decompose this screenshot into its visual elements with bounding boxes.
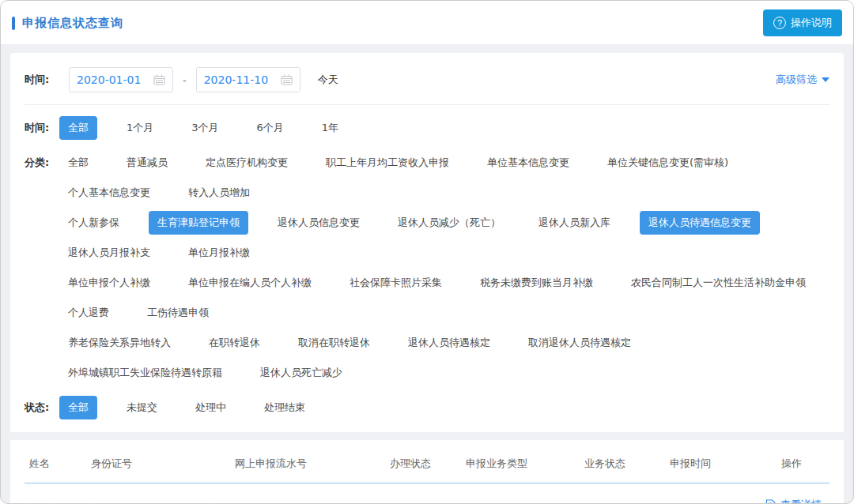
category-option[interactable]: 个人新参保	[59, 211, 128, 235]
page-title: 申报信息状态查询	[22, 16, 123, 31]
title-accent-bar	[12, 17, 15, 30]
category-option[interactable]: 个人退费	[59, 301, 118, 325]
chevron-down-icon	[822, 77, 829, 82]
view-details-label: 查看详情	[780, 498, 822, 504]
col-header-actions: 操作	[754, 443, 829, 483]
category-option[interactable]: 定点医疗机构变更	[197, 151, 297, 175]
app-window: 申报信息状态查询 ? 操作说明 时间: 2020-01-01 -	[0, 0, 854, 504]
category-option[interactable]: 养老保险关系异地转入	[59, 331, 179, 355]
col-header-serial: 网上申报流水号	[230, 443, 385, 483]
document-search-icon	[765, 499, 777, 504]
col-header-business-type: 申报业务类型	[461, 443, 580, 483]
category-option[interactable]: 农民合同制工人一次性生活补助金申领	[622, 271, 814, 295]
view-details-link[interactable]: 查看详情	[765, 498, 822, 504]
col-header-date: 申报时间	[665, 443, 754, 483]
time-option[interactable]: 1个月	[118, 116, 162, 140]
serial-number: 202004101115601393	[230, 483, 385, 504]
category-option[interactable]: 在职转退休	[200, 331, 269, 355]
category-option[interactable]: 外埠城镇职工失业保险待遇转原籍	[59, 361, 231, 385]
col-header-name: 姓名	[25, 443, 86, 483]
date-range-separator: -	[183, 74, 187, 86]
category-option[interactable]: 职工上年月均工资收入申报	[317, 151, 458, 175]
category-option[interactable]: 退休人员信息变更	[269, 211, 368, 235]
results-panel: 姓名 身份证号 网上申报流水号 办理状态 申报业务类型 业务状态 申报时间 操作…	[10, 440, 844, 504]
time-label: 时间:	[25, 116, 59, 135]
time-option[interactable]: 全部	[59, 116, 97, 140]
end-date-value: 2020-11-10	[204, 73, 268, 86]
status-option[interactable]: 未提交	[118, 396, 166, 419]
col-header-id: 身份证号	[86, 443, 230, 483]
start-date-input[interactable]: 2020-01-01	[69, 67, 173, 92]
category-option[interactable]: 退休人员死亡减少	[251, 361, 351, 385]
help-button[interactable]: ? 操作说明	[763, 9, 842, 36]
start-date-value: 2020-01-01	[77, 73, 141, 86]
help-button-label: 操作说明	[791, 16, 832, 30]
category-option[interactable]: 税务未缴费到账当月补缴	[471, 271, 602, 295]
status-filter-row: 状态: 全部 未提交 处理中 处理结束	[25, 396, 829, 419]
status-option[interactable]: 处理中	[187, 396, 235, 419]
col-header-process-status: 办理状态	[385, 443, 461, 483]
calendar-icon	[153, 74, 165, 85]
declare-date: 2020-04-10	[665, 483, 754, 504]
category-option[interactable]: 退休人员待遇信息变更	[640, 211, 760, 235]
category-filter-row: 分类: 全部 普通减员 定点医疗机构变更 职工上年月均工资收入申报 单位基本信息…	[25, 151, 829, 385]
category-option[interactable]: 单位申报个人补缴	[59, 271, 159, 295]
today-link[interactable]: 今天	[318, 73, 338, 87]
time-option[interactable]: 3个月	[183, 116, 227, 140]
category-option[interactable]: 单位基本信息变更	[478, 151, 578, 175]
category-option[interactable]: 个人基本信息变更	[59, 181, 159, 205]
category-line-1: 全部 普通减员 定点医疗机构变更 职工上年月均工资收入申报 单位基本信息变更 单…	[59, 151, 829, 205]
category-option[interactable]: 退休人员待遇核定	[399, 331, 499, 355]
time-option[interactable]: 1年	[313, 116, 347, 140]
status-options: 全部 未提交 处理中 处理结束	[59, 396, 314, 419]
table-row: 202004101115601393 处理结束 生育津贴登记申领 审核成功 20…	[25, 483, 829, 504]
category-option[interactable]: 取消在职转退休	[289, 331, 379, 355]
date-label: 时间:	[25, 73, 59, 87]
category-option[interactable]: 单位关键信息变更(需审核)	[599, 151, 737, 175]
table-header-row: 姓名 身份证号 网上申报流水号 办理状态 申报业务类型 业务状态 申报时间 操作	[25, 443, 829, 483]
advanced-filter-toggle[interactable]: 高级筛选	[776, 73, 829, 87]
process-status: 处理结束	[385, 483, 461, 504]
category-option[interactable]: 退休人员减少（死亡）	[389, 211, 509, 235]
category-option[interactable]: 退休人员月报补支	[59, 241, 159, 265]
filter-panel: 时间: 2020-01-01 - 2020-11-10	[10, 53, 844, 432]
category-option[interactable]: 工伤待遇申领	[138, 301, 217, 325]
category-option[interactable]: 全部	[59, 151, 97, 175]
category-option[interactable]: 退休人员新入库	[530, 211, 619, 235]
category-option[interactable]: 社会保障卡照片采集	[341, 271, 451, 295]
question-circle-icon: ?	[773, 17, 786, 29]
results-table: 姓名 身份证号 网上申报流水号 办理状态 申报业务类型 业务状态 申报时间 操作…	[25, 443, 829, 504]
category-line-4: 养老保险关系异地转入 在职转退休 取消在职转退休 退休人员待遇核定 取消退休人员…	[59, 331, 829, 385]
calendar-icon	[281, 74, 293, 85]
category-option[interactable]: 单位月报补缴	[179, 241, 259, 265]
top-bar: 申报信息状态查询 ? 操作说明	[1, 1, 853, 45]
category-options: 全部 普通减员 定点医疗机构变更 职工上年月均工资收入申报 单位基本信息变更 单…	[59, 151, 829, 385]
time-options: 全部 1个月 3个月 6个月 1年	[59, 116, 347, 140]
advanced-filter-label: 高级筛选	[776, 73, 817, 87]
end-date-input[interactable]: 2020-11-10	[196, 67, 300, 92]
page-title-wrap: 申报信息状态查询	[12, 16, 123, 31]
status-option[interactable]: 全部	[59, 396, 97, 419]
category-option[interactable]: 生育津贴登记申领	[149, 211, 248, 235]
time-option[interactable]: 6个月	[248, 116, 293, 140]
time-filter-row: 时间: 全部 1个月 3个月 6个月 1年	[25, 116, 829, 140]
category-option[interactable]: 单位申报在编人员个人补缴	[179, 271, 320, 295]
category-option[interactable]: 取消退休人员待遇核定	[520, 331, 640, 355]
category-line-3: 单位申报个人补缴 单位申报在编人员个人补缴 社会保障卡照片采集 税务未缴费到账当…	[59, 271, 829, 325]
date-filter-row: 时间: 2020-01-01 - 2020-11-10	[25, 62, 829, 105]
col-header-business-status: 业务状态	[580, 443, 665, 483]
category-option[interactable]: 普通减员	[118, 151, 176, 175]
category-option[interactable]: 转入人员增加	[179, 181, 259, 205]
category-line-2: 个人新参保 生育津贴登记申领 退休人员信息变更 退休人员减少（死亡） 退休人员新…	[59, 211, 829, 265]
category-label: 分类:	[25, 151, 59, 170]
status-label: 状态:	[25, 396, 59, 415]
status-option[interactable]: 处理结束	[255, 396, 314, 419]
business-status: 审核成功	[580, 483, 665, 504]
